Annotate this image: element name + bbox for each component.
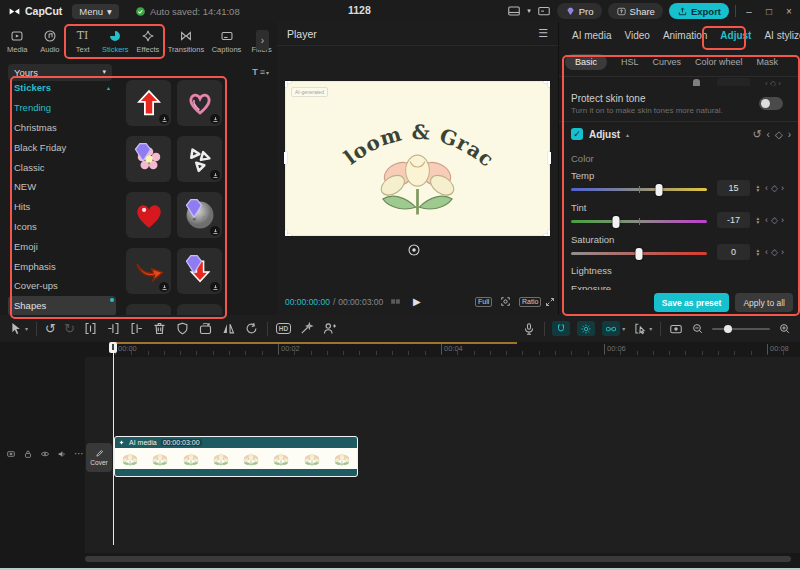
play-button[interactable]: ▶ [413, 296, 421, 307]
next-keyframe-icon[interactable]: › [781, 183, 784, 193]
minimize-button[interactable]: – [742, 6, 756, 17]
resize-handle[interactable] [548, 152, 551, 164]
player-menu-icon[interactable]: ☰ [538, 27, 548, 40]
keyframe-icon[interactable]: ◇ [775, 129, 783, 140]
tab-stickers[interactable]: Stickers [100, 29, 131, 54]
prev-keyframe-icon[interactable]: ‹ [765, 183, 768, 193]
panel-layout-icon[interactable] [537, 4, 551, 18]
sticker-petal-shapes[interactable] [177, 136, 222, 182]
apply-to-all-button[interactable]: Apply to all [735, 293, 793, 312]
more-icon[interactable]: ⋯ [74, 449, 84, 459]
rotate-icon[interactable] [244, 321, 259, 336]
chevron-down-icon[interactable]: ▾ [25, 325, 28, 332]
subtab-mask[interactable]: Mask [757, 57, 779, 67]
eye-icon[interactable] [40, 449, 50, 459]
playhead-line[interactable] [113, 342, 114, 545]
tab-ai-media[interactable]: AI media [572, 30, 611, 41]
lock-icon[interactable] [23, 449, 33, 459]
split-icon[interactable] [83, 321, 98, 336]
category-black-friday[interactable]: Black Friday [8, 137, 116, 157]
layout-toggle-icon[interactable] [507, 4, 521, 18]
temp-value[interactable]: 15 [717, 180, 750, 196]
menu-button[interactable]: Menu▾ [72, 4, 119, 19]
link-clips-toggle[interactable] [602, 321, 620, 336]
full-screen-preview-button[interactable]: Full [475, 297, 492, 307]
chevron-down-icon[interactable]: ▾ [527, 7, 531, 15]
tab-text[interactable]: TI Text [67, 29, 98, 54]
next-keyframe-icon[interactable]: › [781, 215, 784, 225]
focus-icon[interactable] [499, 295, 512, 308]
tab-captions[interactable]: Captions [209, 29, 245, 54]
sticker-noise-circle[interactable] [177, 192, 222, 238]
temp-slider[interactable] [571, 188, 707, 191]
screen-record-icon[interactable] [669, 322, 683, 336]
category-emoji[interactable]: Emoji [8, 236, 116, 256]
timeline-zoom-slider[interactable] [712, 328, 770, 330]
download-icon[interactable] [210, 282, 220, 292]
download-icon[interactable] [210, 114, 220, 124]
resize-handle[interactable] [284, 152, 287, 164]
keyframe-icon[interactable]: ◇ [771, 183, 778, 193]
tab-video[interactable]: Video [624, 30, 649, 41]
ratio-button[interactable]: Ratio [519, 297, 541, 307]
hd-quality-icon[interactable]: HD [276, 323, 291, 334]
prev-keyframe-icon[interactable]: ‹ [765, 247, 768, 257]
close-button[interactable]: × [782, 6, 796, 17]
auto-preview-toggle[interactable] [577, 321, 595, 336]
trim-left-icon[interactable] [106, 321, 121, 336]
sticker-doodle-heart[interactable] [177, 80, 222, 126]
tint-value[interactable]: -17 [717, 212, 750, 228]
add-person-icon[interactable] [322, 321, 337, 336]
mute-speaker-icon[interactable] [57, 449, 67, 459]
pro-badge[interactable]: Pro [557, 3, 602, 19]
undo-icon[interactable]: ↺ [45, 321, 56, 336]
keyframe-icon[interactable]: ◇ [771, 215, 778, 225]
expand-tabs-button[interactable]: › [256, 30, 269, 50]
category-cover-ups[interactable]: Cover-ups [8, 276, 116, 296]
tab-media[interactable]: Media [2, 29, 33, 54]
subtab-color-wheel[interactable]: Color wheel [695, 57, 743, 67]
chevron-down-icon[interactable]: ▾ [649, 325, 652, 332]
chevron-up-icon[interactable]: ▴ [626, 131, 629, 138]
adjust-checkbox[interactable]: ✓ [571, 128, 583, 140]
tab-adjust[interactable]: Adjust [720, 30, 751, 41]
category-classic[interactable]: Classic [8, 157, 116, 177]
snap-settings-icon[interactable] [633, 322, 647, 336]
sticker-red-arrow-up[interactable] [126, 80, 171, 126]
redo-icon[interactable]: ↻ [64, 321, 75, 336]
sticker-glossy-heart[interactable] [126, 192, 171, 238]
share-button[interactable]: Share [608, 3, 663, 19]
download-icon[interactable] [159, 114, 169, 124]
tint-stepper[interactable]: ▴▾ [753, 212, 763, 228]
category-hits[interactable]: Hits [8, 197, 116, 217]
tab-animation[interactable]: Animation [663, 30, 707, 41]
sticker-pink-flower[interactable] [126, 136, 171, 182]
select-tool-icon[interactable] [8, 321, 23, 336]
track-thumbnail-icon[interactable] [6, 449, 16, 459]
saturation-stepper[interactable]: ▴▾ [753, 244, 763, 260]
prev-keyframe-icon[interactable]: ‹ [765, 215, 768, 225]
keyframe-icon[interactable]: ◇ [771, 247, 778, 257]
subtab-basic[interactable]: Basic [565, 54, 607, 70]
next-keyframe-icon[interactable]: › [788, 129, 791, 140]
sticker-curved-arrow[interactable] [126, 248, 171, 294]
rotate-handle-icon[interactable] [407, 243, 421, 257]
subtab-hsl[interactable]: HSL [621, 57, 639, 67]
download-icon[interactable] [159, 282, 169, 292]
download-icon[interactable] [210, 170, 220, 180]
chevron-down-icon[interactable]: ▾ [622, 325, 625, 332]
subtab-curves[interactable]: Curves [653, 57, 682, 67]
saturation-value[interactable]: 0 [717, 244, 750, 260]
mute-shield-icon[interactable] [175, 321, 190, 336]
sticker-filter-icon[interactable]: T≡ ▾ [252, 67, 269, 77]
category-trending[interactable]: Trending [8, 98, 116, 118]
trim-right-icon[interactable] [129, 321, 144, 336]
replace-icon[interactable] [198, 321, 213, 336]
horizontal-scrollbar[interactable] [85, 556, 791, 562]
reset-icon[interactable]: ↺ [752, 128, 761, 141]
zoom-out-icon[interactable] [691, 322, 704, 335]
category-emphasis[interactable]: Emphasis [8, 256, 116, 276]
protect-skin-tone-toggle[interactable] [759, 97, 783, 110]
tab-transitions[interactable]: Transitions [165, 29, 207, 54]
sticker-red-arrow-down[interactable] [177, 248, 222, 294]
